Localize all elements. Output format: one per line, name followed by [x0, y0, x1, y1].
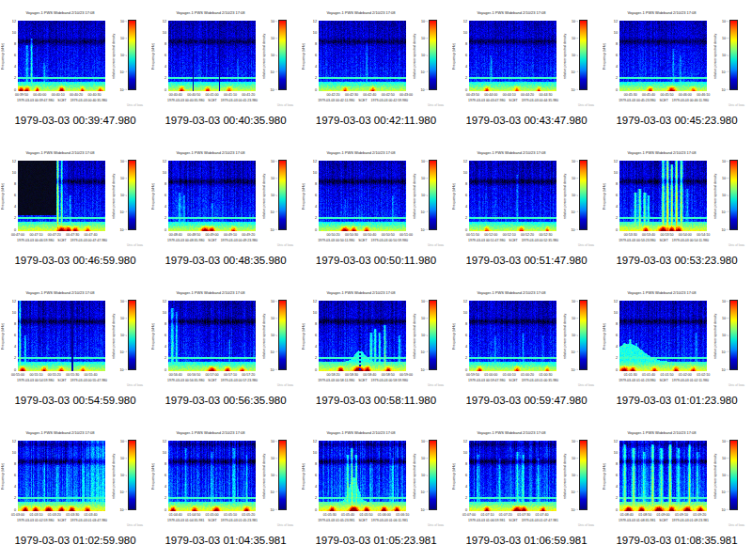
- spectrogram-thumbnail[interactable]: Voyager-1 PWS Wideband 2/10/23 17:08 Fre…: [301, 0, 451, 140]
- y-tick-label: 8: [451, 182, 467, 186]
- spectrogram-thumbnail[interactable]: Voyager-1 PWS Wideband 2/10/23 17:08 Fre…: [301, 280, 451, 420]
- colorbar-tick-label: 10⁻⁵: [265, 508, 277, 512]
- spectrogram-thumbnail[interactable]: Voyager-1 PWS Wideband 2/10/23 17:08 Fre…: [451, 0, 602, 140]
- spectrogram-thumbnail[interactable]: Voyager-1 PWS Wideband 2/10/23 17:08 Fre…: [602, 420, 752, 560]
- credit-text: Univ. of Iowa: [578, 524, 594, 527]
- y-tick-label: 6: [602, 334, 618, 337]
- scet-range-label: 1979-03-03 00:39:47.980SCET1979-03-03 00…: [2, 99, 122, 102]
- spectrogram-thumbnail[interactable]: Voyager-1 PWS Wideband 2/10/23 17:08 Fre…: [0, 280, 150, 420]
- spectrogram-thumbnail[interactable]: Voyager-1 PWS Wideband 2/10/23 17:08 Fre…: [150, 0, 301, 140]
- scet-end: 1979-03-03 00:47:47.980: [69, 239, 109, 242]
- spectrogram-thumbnail[interactable]: Voyager-1 PWS Wideband 2/10/23 17:08 Fre…: [451, 420, 602, 560]
- colorbar-tick-label: 10⁻¹: [566, 20, 578, 23]
- y-tick-label: 8: [150, 42, 166, 46]
- y-tick-label: 12: [602, 300, 618, 303]
- plot-title: Voyager-1 PWS Wideband 2/10/23 17:08: [314, 150, 408, 155]
- scet-end: 1979-03-03 00:49:23.980: [219, 239, 259, 242]
- spectrogram-image: [18, 441, 105, 511]
- spectrogram-thumbnail[interactable]: Voyager-1 PWS Wideband 2/10/23 17:08 Fre…: [451, 140, 602, 280]
- colorbar-tick-label: 10⁻⁵: [415, 88, 428, 92]
- scet-end: 1979-03-03 01:09:23.981: [670, 519, 711, 522]
- y-tick-label: 0: [150, 508, 166, 512]
- y-tick-label: 10: [0, 171, 16, 175]
- colorbar-gradient: [129, 21, 135, 89]
- y-tick-label: 10: [0, 31, 16, 35]
- credit-text: Univ. of Iowa: [728, 524, 744, 527]
- spectrogram-thumbnail[interactable]: Voyager-1 PWS Wideband 2/10/23 17:08 Fre…: [451, 280, 602, 420]
- x-tick-label: 00:58:30: [345, 373, 358, 377]
- scet-label: SCET: [206, 99, 218, 102]
- y-tick-label: 6: [0, 194, 16, 197]
- spectrogram-thumbnail[interactable]: Voyager-1 PWS Wideband 2/10/23 17:08 Fre…: [150, 280, 301, 420]
- x-tick-label: 01:05:40: [341, 513, 354, 517]
- x-tick-label: 01:00:20: [521, 373, 534, 377]
- colorbar-tick-label: 10⁻²: [566, 177, 578, 180]
- spectrogram-thumbnail[interactable]: Voyager-1 PWS Wideband 2/10/23 17:08 Fre…: [0, 0, 150, 140]
- y-tick-label: 2: [150, 76, 166, 80]
- timestamp-caption: 1979-03-03 00:53:23.980: [594, 254, 752, 267]
- y-tick-label: 12: [150, 440, 166, 443]
- colorbar-tick-label: 10⁻³: [415, 334, 428, 337]
- credit-text: Univ. of Iowa: [728, 244, 744, 247]
- plot-title: Voyager-1 PWS Wideband 2/10/23 17:08: [464, 290, 558, 295]
- plot-title: Voyager-1 PWS Wideband 2/10/23 17:08: [464, 430, 558, 435]
- x-tick-label: 00:41:10: [224, 93, 237, 97]
- spectrogram-thumbnail[interactable]: Voyager-1 PWS Wideband 2/10/23 17:08 Fre…: [0, 140, 150, 280]
- y-tick-label: 8: [301, 182, 317, 186]
- y-tick-label: 2: [301, 496, 317, 500]
- y-tick-label: 2: [301, 356, 317, 360]
- x-tick-label: 00:40:20: [70, 93, 83, 97]
- y-tick-label: 0: [0, 88, 16, 92]
- x-tick-label: 00:44:10: [503, 93, 516, 97]
- x-tick-label: 01:02:10: [697, 373, 710, 377]
- colorbar-tick-label: 10⁻⁴: [716, 350, 728, 354]
- x-tick-label: 00:44:30: [539, 93, 552, 97]
- y-tick-label: 8: [602, 182, 618, 186]
- spectrogram-thumbnail[interactable]: Voyager-1 PWS Wideband 2/10/23 17:08 Fre…: [150, 420, 301, 560]
- plot-title: Voyager-1 PWS Wideband 2/10/23 17:08: [164, 430, 258, 435]
- spectrogram-thumbnail[interactable]: Voyager-1 PWS Wideband 2/10/23 17:08 Fre…: [602, 140, 752, 280]
- x-tick-label: 00:53:40: [642, 233, 655, 237]
- colorbar-tick-label: 10⁻¹: [566, 440, 578, 443]
- colorbar-tick-label: 10⁻³: [115, 334, 127, 337]
- colorbar-tick-label: 10⁻⁴: [415, 350, 428, 354]
- colorbar-tick-label: 10⁻²: [566, 457, 578, 460]
- y-tick-label: 2: [602, 76, 618, 80]
- spectrogram-image: [168, 301, 256, 371]
- x-tick-label: 01:05:00: [206, 513, 219, 517]
- spectrogram-thumbnail[interactable]: Voyager-1 PWS Wideband 2/10/23 17:08 Fre…: [150, 140, 301, 280]
- scet-end: 1979-03-03 00:41:23.980: [219, 99, 259, 102]
- colorbar-tick-label: 10⁻¹: [115, 160, 127, 163]
- credit-text: Univ. of Iowa: [277, 384, 293, 387]
- colorbar-tick-label: 10⁻²: [115, 37, 127, 40]
- scet-label: SCET: [55, 519, 68, 522]
- colorbar-tick-label: 10⁻¹: [415, 160, 428, 163]
- plot-title: Voyager-1 PWS Wideband 2/10/23 17:08: [615, 10, 709, 15]
- timestamp-caption: 1979-03-03 01:04:35.981: [143, 534, 308, 547]
- x-tick-label: 01:03:10: [29, 513, 42, 517]
- colorbar-gradient: [580, 301, 587, 369]
- y-tick-label: 10: [301, 451, 317, 455]
- x-tick-label: 00:42:30: [345, 93, 358, 97]
- credit-text: Univ. of Iowa: [127, 384, 143, 387]
- y-tick-label: 6: [301, 474, 317, 477]
- spectrogram-thumbnail[interactable]: Voyager-1 PWS Wideband 2/10/23 17:08 Fre…: [301, 420, 451, 560]
- colorbar-tick-label: 10⁻⁴: [566, 70, 578, 74]
- spectrogram-thumbnail[interactable]: Voyager-1 PWS Wideband 2/10/23 17:08 Fre…: [301, 140, 451, 280]
- spectrogram-thumbnail[interactable]: Voyager-1 PWS Wideband 2/10/23 17:08 Fre…: [602, 0, 752, 140]
- spectrogram-thumbnail[interactable]: Voyager-1 PWS Wideband 2/10/23 17:08 Fre…: [602, 280, 752, 420]
- y-tick-label: 0: [301, 508, 317, 512]
- x-tick-label: 00:50:50: [382, 233, 395, 237]
- colorbar-tick-label: 10⁻⁵: [566, 368, 578, 372]
- timestamp-caption: 1979-03-03 01:06:59.981: [444, 534, 609, 547]
- timestamp-caption: 1979-03-03 00:54:59.980: [0, 394, 158, 407]
- x-tick-label: 00:52:00: [484, 233, 497, 237]
- y-tick-label: 6: [150, 54, 166, 57]
- y-tick-label: 4: [150, 345, 166, 349]
- spectrogram-thumbnail[interactable]: Voyager-1 PWS Wideband 2/10/23 17:08 Fre…: [0, 420, 150, 560]
- y-tick-label: 8: [150, 462, 166, 466]
- y-tick-label: 0: [150, 228, 166, 232]
- x-tick-label: 00:55:20: [48, 373, 61, 377]
- scet-end: 1979-03-03 01:00:35.980: [520, 379, 560, 382]
- scet-start: 1979-03-03 01:02:59.980: [15, 519, 55, 522]
